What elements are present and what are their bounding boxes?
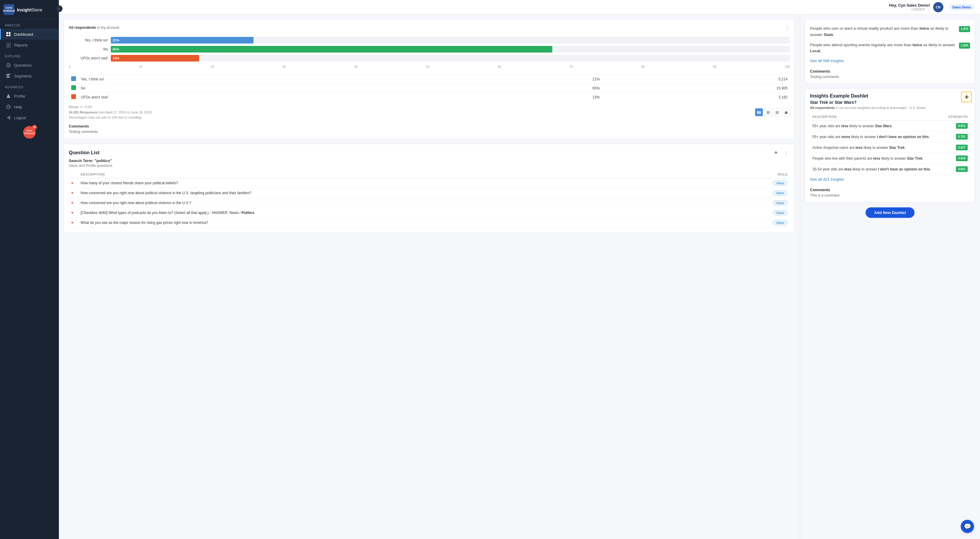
insights-comments-label: Comments (810, 187, 970, 192)
sidebar-logout-label: Logout (14, 116, 26, 120)
question-fav-1[interactable]: ♥ (71, 191, 73, 195)
bar-pct-label-1: 65% (113, 48, 119, 51)
question-fav-2[interactable]: ♥ (71, 201, 73, 205)
insight-desc-2: Active Snapchat users are less likely to… (810, 142, 944, 153)
margin-text: Margin +/- 0.6% (69, 105, 152, 110)
bar-track-0: 21% (111, 37, 790, 43)
civic-circle-icon: CIVICSCIENCE 20 (23, 126, 36, 139)
chart-type-icons: ▮▮ ▤ ▤ ◕ (755, 108, 790, 116)
insight-desc-0: 55+ year olds are less likely to answer … (810, 120, 944, 132)
question-list-row-2: ♥ How concerned are you right now about … (69, 198, 790, 208)
civic-science-badge: CIVICSCIENCE 20 (0, 123, 59, 142)
search-sub: Value and Profile questions (69, 163, 790, 168)
svg-text:?: ? (8, 106, 9, 109)
main-area: Hey, Cyn Sales Demo! LOGOUT → CN Sales D… (59, 0, 980, 539)
legend-color-1 (71, 85, 76, 90)
top-insights-panel: 1.975People who own or want a virtual re… (805, 19, 975, 83)
line-chart-icon-btn[interactable]: ▤ (764, 108, 772, 116)
legend-count-0: 5,214 (602, 75, 790, 84)
top-insight-row-0: 1.975People who own or want a virtual re… (810, 24, 970, 40)
svg-rect-2 (6, 35, 8, 36)
legend-row-0: Yes, I think so! 21% 5,214 (69, 75, 790, 84)
bar-track-2: 13% (111, 55, 790, 62)
help-icon: ? (6, 104, 11, 109)
bar-chart: Yes, I think so! 21% No 65% (69, 35, 790, 71)
sidebar-item-reports[interactable]: Reports (0, 40, 59, 51)
svg-rect-12 (6, 77, 10, 78)
legend-pct-2: 13% (460, 93, 602, 102)
insight-row-4: 35-54 year olds are less likely to answe… (810, 164, 970, 175)
sidebar-dashboard-label: Dashboard (14, 32, 33, 36)
table-icon-btn[interactable]: ▤ (773, 108, 781, 116)
legend-label-1: No (78, 84, 460, 93)
sidebar-item-dashboard[interactable]: Dashboard (0, 29, 59, 40)
civic-science-logo-icon: CIVICSCIENCE (3, 4, 14, 15)
sidebar-collapse-btn[interactable]: ‹ (56, 5, 62, 12)
grid-icon (6, 32, 11, 37)
question-list-controls: ✚ ⋮ (772, 149, 790, 157)
insight-str-1: 0.701 (944, 132, 970, 142)
dashlet-header: All respondents in my account ⋮ (69, 24, 790, 31)
more-question-list-btn[interactable]: ⋮ (782, 149, 790, 157)
chat-button[interactable]: 💬 (961, 520, 974, 533)
dashlet-subtitle-bold: All respondents (69, 25, 96, 30)
sidebar-help-label: Help (14, 105, 22, 109)
question-icon: ? (6, 62, 11, 68)
search-term: Search Term: "politics" (69, 159, 790, 163)
sidebar-item-help[interactable]: ? Help (0, 101, 59, 112)
chart-comments-text: Testing comments (69, 130, 790, 134)
question-list-title: Question List (69, 150, 99, 155)
question-list-row-1: ♥ How concerned are you right now about … (69, 188, 790, 198)
user-greeting: Hey, Cyn Sales Demo! (889, 3, 930, 8)
pie-chart-icon-btn[interactable]: ◕ (782, 108, 790, 116)
advanced-section-label: ADVANCED (0, 81, 59, 90)
content-area: All respondents in my account ⋮ Yes, I t… (59, 14, 980, 539)
sidebar-profile-label: Profile (14, 94, 25, 98)
notification-badge: 20 (32, 125, 37, 130)
bar-track-1: 65% (111, 46, 790, 52)
legend-color-0 (71, 76, 76, 81)
header-user-section: Hey, Cyn Sales Demo! LOGOUT → CN Sales D… (889, 2, 974, 12)
question-fav-4[interactable]: ♥ (71, 220, 73, 225)
sidebar: CIVICSCIENCE InsightStore ‹ ANALYZE Dash… (0, 0, 59, 539)
legend-pct-0: 21% (460, 75, 602, 84)
insights-dashlet-sub: All respondents in my account weighted a… (810, 106, 970, 109)
question-list-table: DESCRIPTION ROLE ♥ How many of your clos… (69, 171, 790, 228)
insights-dashlet-comments: Comments This is a comment. (810, 187, 970, 198)
insight-strength-0: 1.975 (959, 26, 970, 32)
question-role-1: Value (719, 188, 790, 198)
sidebar-item-profile[interactable]: Profile (0, 90, 59, 101)
explore-section-label: EXPLORE (0, 51, 59, 60)
see-all-599-link[interactable]: See all 599 insights (810, 59, 844, 63)
sidebar-item-segments[interactable]: Segments (0, 71, 59, 81)
sidebar-item-logout[interactable]: Logout (0, 112, 59, 123)
question-fav-0[interactable]: ♥ (71, 181, 73, 185)
top-insights-comments-label: Comments (810, 69, 970, 73)
user-info: Hey, Cyn Sales Demo! LOGOUT → (889, 3, 930, 11)
insights-col-strength: STRENGTH (944, 113, 970, 120)
see-all-421-link[interactable]: See all 421 insights (810, 177, 844, 182)
bar-chart-icon-btn[interactable]: ▮▮ (755, 108, 763, 116)
top-header: Hey, Cyn Sales Demo! LOGOUT → CN Sales D… (59, 0, 980, 14)
question-text-2: How concerned are you right now about po… (78, 198, 719, 208)
insight-str-0: 0.913 (944, 120, 970, 132)
insight-desc-1: 55+ year olds are more likely to answer … (810, 132, 944, 142)
logout-link[interactable]: LOGOUT → (889, 8, 930, 11)
move-question-list-btn[interactable]: ✚ (772, 149, 780, 157)
question-list-dashlet: Question List ✚ ⋮ Search Term: "politics… (64, 144, 795, 233)
top-insight-row-1: 1.934People who attend sporting events r… (810, 40, 970, 56)
add-new-dashlet-button[interactable]: Add New Dashlet (865, 208, 914, 218)
responses-text: 24,301 Responses from April 17, 2015 to … (69, 110, 152, 115)
question-role-3: Value (719, 208, 790, 217)
question-fav-3[interactable]: ♥ (71, 211, 73, 215)
sidebar-item-questions[interactable]: ? Questions (0, 60, 59, 71)
dashlet-menu-icon[interactable]: ⋮ (784, 24, 790, 31)
chart-footer-left: Margin +/- 0.6% 24,301 Responses from Ap… (69, 105, 152, 120)
x-axis: 0102030405060708090100 (69, 64, 790, 68)
dashlet-move-btn[interactable]: ✚ (961, 92, 972, 102)
question-list-row-0: ♥ How many of your closest friends share… (69, 178, 790, 188)
dashlet-subtitle: All respondents in my account (69, 25, 119, 30)
analyze-section-label: ANALYZE (0, 19, 59, 29)
insight-str-4: 0.601 (944, 164, 970, 175)
right-panel: 1.975People who own or want a virtual re… (800, 14, 980, 539)
